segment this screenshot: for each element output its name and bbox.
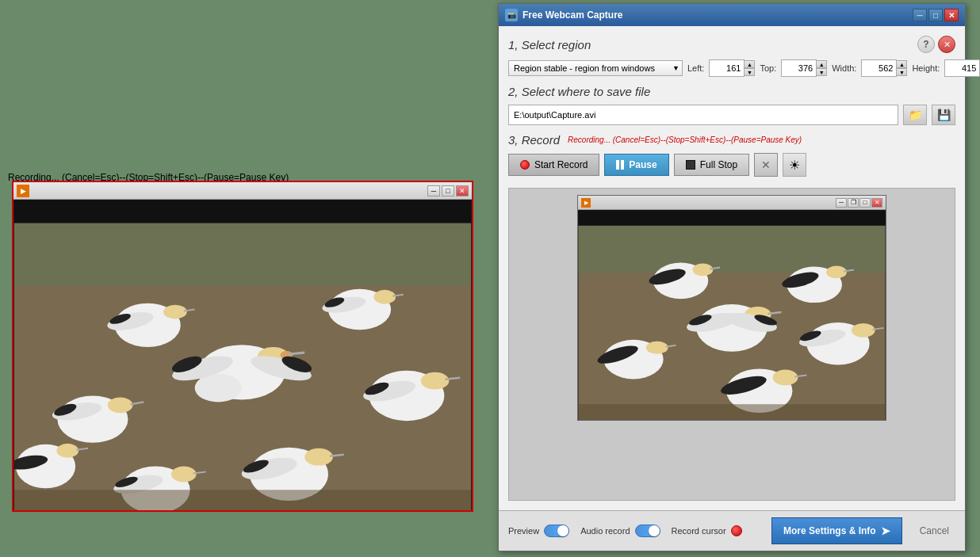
width-spin-down[interactable]: ▼ [896,68,907,76]
fullstop-label: Full Stop [700,159,737,170]
dialog-title: Free Webcam Capture [523,10,623,21]
height-input-group: ▲ ▼ [944,59,980,77]
svg-point-71 [826,265,847,278]
section2: 2, Select where to save file 📁 💾 [508,85,955,125]
top-label: Top: [760,63,776,73]
audio-toggle-group: Audio record [580,525,660,537]
svg-point-62 [852,323,875,338]
region-select[interactable]: Region stable - region from windows [508,60,683,76]
minimize-button[interactable]: ─ [427,185,440,196]
arrow-right-icon: ➤ [881,525,890,537]
svg-point-42 [171,467,197,483]
height-input[interactable] [944,59,980,77]
left-spin-down[interactable]: ▼ [744,68,755,76]
section3: 3, Record Recording... (Cancel=Esc)--(St… [508,133,955,177]
svg-point-22 [163,305,187,319]
preview-toggle[interactable] [544,525,569,537]
left-label: Left: [687,63,704,73]
width-label: Width: [832,63,856,73]
more-settings-button[interactable]: More Settings & Info ➤ [771,517,902,544]
dialog-minimize-btn[interactable]: ─ [913,9,927,21]
audio-toggle[interactable] [635,525,660,537]
section1-label: 1, Select region [508,38,591,52]
section3-label: 3, Record [508,133,560,147]
close-button[interactable]: ✕ [456,185,469,196]
dialog-close-btn[interactable]: ✕ [944,9,959,21]
top-spin-up[interactable]: ▲ [816,60,827,68]
preview-minimize-btn[interactable]: ─ [836,198,847,208]
dialog-body: 1, Select region ? ✕ Region stable - reg… [499,26,965,510]
top-input[interactable] [781,59,817,77]
pause-button[interactable]: Pause [604,154,668,176]
preview-win-controls: ─ ❐ □ ✕ [836,198,882,208]
left-input[interactable] [709,59,745,77]
dialog-title-controls: ─ □ ✕ [913,9,959,21]
help-button[interactable]: ? [917,36,935,53]
dialog-maximize-btn[interactable]: □ [928,9,943,21]
preview-close-btn[interactable]: ✕ [871,198,882,208]
start-record-label: Start Record [534,159,588,170]
svg-rect-47 [578,210,885,226]
browse-folder-button[interactable]: 📁 [903,105,927,125]
svg-line-6 [289,353,304,354]
width-spin-up[interactable]: ▲ [896,60,907,68]
dialog-icon: 📷 [505,9,518,21]
region-row: Region stable - region from windows Left… [508,59,955,77]
more-settings-label: More Settings & Info [783,525,876,536]
record-controls: Start Record Pause Full Stop [508,153,955,177]
svg-point-32 [421,372,450,390]
start-record-button[interactable]: Start Record [508,154,599,176]
svg-rect-0 [14,200,471,223]
preview-maximize-btn[interactable]: □ [859,198,871,208]
bottom-bar: Preview Audio record Record cursor More … [499,510,965,551]
pause-icon [616,160,624,170]
fullstop-button[interactable]: Full Stop [674,154,749,176]
audio-record-label: Audio record [580,526,630,536]
preview-play-icon: ▶ [581,198,591,208]
section3-header: 3, Record Recording... (Cancel=Esc)--(St… [508,133,955,147]
file-path-input[interactable] [508,105,898,125]
preview-toggle-group: Preview [508,525,569,537]
preview-area: ▶ ─ ❐ □ ✕ [508,188,955,501]
pause-bar-left [616,160,619,170]
x-icon: ✕ [761,158,771,171]
save-button[interactable]: 💾 [932,105,955,125]
left-video-window: ▶ ─ □ ✕ [12,181,473,512]
top-input-group: ▲ ▼ [781,59,827,77]
play-icon: ▶ [17,185,29,197]
section3-recording-status: Recording... (Cancel=Esc)--(Stop=Shift+E… [568,135,802,144]
left-spin-up[interactable]: ▲ [744,60,755,68]
preview-restore-btn[interactable]: ❐ [848,198,859,208]
maximize-button[interactable]: □ [442,185,454,196]
svg-point-58 [646,341,668,354]
top-spin-down[interactable]: ▼ [816,68,827,76]
svg-rect-46 [14,490,471,510]
stop-square-icon [686,160,695,170]
region-select-wrapper: Region stable - region from windows [508,60,683,76]
section-close-button[interactable]: ✕ [938,36,955,53]
video-area [13,200,472,510]
cursor-toggle[interactable] [731,525,742,536]
cancel-button[interactable]: Cancel [913,522,955,540]
cursor-toggle-group: Record cursor [672,525,742,536]
record-cursor-label: Record cursor [672,526,726,536]
preview-inner-window: ▶ ─ ❐ □ ✕ [577,195,886,421]
dialog-action-buttons: ? ✕ [917,36,955,53]
preview-label: Preview [508,526,539,536]
svg-point-75 [773,369,798,385]
svg-point-37 [304,448,333,466]
brightness-button[interactable]: ☀ [783,153,806,177]
x-button[interactable]: ✕ [754,153,778,177]
dialog-titlebar: 📷 Free Webcam Capture ─ □ ✕ [499,4,965,26]
section2-title: 2, Select where to save file [508,85,955,98]
webcam-capture-dialog: 📷 Free Webcam Capture ─ □ ✕ 1, Select re… [498,3,966,551]
bird-scene-svg [13,200,472,510]
svg-point-27 [373,290,396,304]
svg-rect-78 [578,404,885,420]
preview-titlebar: ▶ ─ ❐ □ ✕ [578,196,886,210]
svg-point-67 [692,263,713,276]
left-spinner: ▲ ▼ [744,60,755,76]
width-input[interactable] [861,59,897,77]
svg-point-13 [108,397,133,413]
width-input-group: ▲ ▼ [861,59,907,77]
